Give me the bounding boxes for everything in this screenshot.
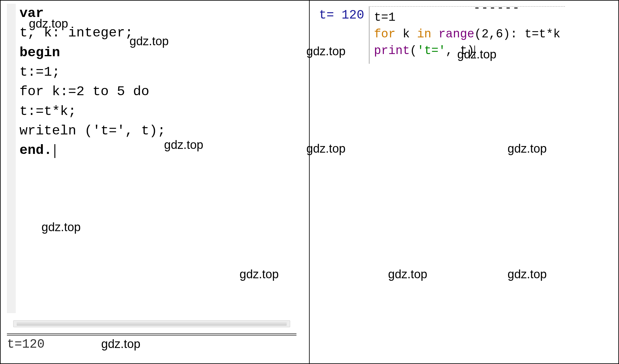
output-value: 120: [342, 8, 364, 22]
watermark: gdz.top: [101, 337, 141, 351]
watermark: gdz.top: [307, 142, 346, 155]
kw-end: end.: [19, 143, 52, 158]
dashes: ------: [473, 1, 520, 15]
py-sp: [431, 27, 439, 41]
output-label: t=: [319, 8, 334, 22]
py-l1-a: t=: [374, 11, 389, 24]
pascal-code-block[interactable]: var t, k: integer; begin t:=1; for k:=2 …: [7, 4, 303, 160]
text-cursor: [474, 46, 475, 57]
python-cell: ------ t= 120 t=1 for k in range(2,6): t…: [310, 1, 619, 363]
python-editor-panel[interactable]: t=1 for k in range(2,6): t=t*k print('t=…: [369, 6, 565, 64]
python-output: t= 120: [319, 6, 369, 22]
py-in: in: [417, 27, 431, 41]
py-l1-b: 1: [388, 11, 395, 24]
kw-var: var: [19, 6, 44, 21]
watermark: gdz.top: [41, 220, 81, 234]
python-row: t= 120 t=1 for k in range(2,6): t=t*k pr…: [310, 1, 619, 67]
line-for: for k:=2 to 5 do: [19, 84, 149, 99]
python-code-block[interactable]: t=1 for k in range(2,6): t=t*k print('t=…: [374, 9, 561, 59]
text-cursor: [54, 144, 55, 158]
py-k: k: [395, 27, 417, 41]
pascal-output: t=120: [7, 337, 45, 351]
py-print: print: [374, 44, 410, 57]
horizontal-scrollbar[interactable]: [13, 320, 290, 327]
pascal-cell: var t, k: integer; begin t:=1; for k:=2 …: [1, 1, 310, 363]
line-assign-t: t:=1;: [19, 64, 60, 80]
py-rest: , t): [446, 44, 474, 57]
py-for: for: [374, 27, 395, 41]
py-open: (: [410, 44, 417, 57]
py-range-args: (2,6): [474, 27, 510, 41]
watermark: gdz.top: [388, 268, 428, 281]
py-range: range: [439, 27, 474, 41]
line-mul: t:=t*k;: [19, 104, 76, 119]
line-writeln: writeln ('t=', t);: [19, 123, 165, 139]
py-str: 't=': [417, 44, 445, 57]
watermark: gdz.top: [508, 142, 547, 155]
output-divider: [7, 333, 296, 336]
watermark: gdz.top: [508, 268, 547, 281]
two-column-table: var t, k: integer; begin t:=1; for k:=2 …: [0, 0, 619, 364]
py-l2-tail: : t=t*k: [510, 27, 561, 41]
line-decl: t, k: integer;: [19, 25, 133, 41]
watermark: gdz.top: [240, 268, 279, 281]
kw-begin: begin: [19, 45, 60, 60]
